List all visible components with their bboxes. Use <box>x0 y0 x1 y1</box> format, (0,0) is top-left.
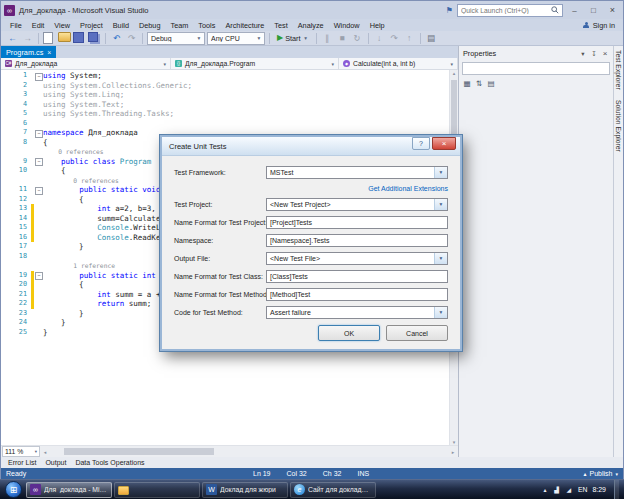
scrollbar-thumb[interactable] <box>64 448 214 455</box>
dialog-help-button[interactable] <box>412 137 430 150</box>
project-dropdown[interactable]: Для_доклада▾ <box>1 58 171 69</box>
stop-debugging-icon[interactable]: ■ <box>336 32 349 45</box>
volume-icon[interactable] <box>565 486 573 494</box>
pin-icon[interactable] <box>590 50 598 58</box>
close-icon[interactable] <box>601 50 609 58</box>
property-pages-icon[interactable] <box>487 80 495 88</box>
undo-icon[interactable]: ↶ <box>110 32 123 45</box>
dialog-close-button[interactable] <box>432 137 456 150</box>
close-button[interactable] <box>605 3 620 17</box>
minimize-button[interactable] <box>567 3 582 17</box>
dropdown-arrow-icon[interactable] <box>434 199 447 210</box>
taskbar-button-3[interactable]: Доклад для жюри <box>202 482 288 498</box>
member-dropdown[interactable]: Calculate(int a, int b)▾ <box>339 58 458 69</box>
test-method-code-select[interactable]: Assert failure <box>266 306 448 319</box>
start-button[interactable] <box>5 481 22 498</box>
categorized-icon[interactable] <box>463 80 471 88</box>
dropdown-arrow-icon[interactable] <box>434 253 447 264</box>
restart-icon[interactable]: ↻ <box>351 32 364 45</box>
maximize-button[interactable] <box>586 3 601 17</box>
navigate-forward-icon[interactable]: → <box>21 32 34 45</box>
menu-edit[interactable]: Edit <box>27 21 50 30</box>
window-menu-icon[interactable] <box>579 50 587 58</box>
taskbar-button-1[interactable]: Для_доклада - Micro... <box>26 482 112 498</box>
line-number: 16 <box>1 233 31 243</box>
test-project-name-format-input[interactable]: [Project]Tests <box>266 216 448 229</box>
scroll-right-icon[interactable] <box>448 449 458 455</box>
properties-grid[interactable] <box>459 90 613 457</box>
dropdown-arrow-icon[interactable] <box>434 307 447 318</box>
tab-program-cs[interactable]: Program.cs <box>1 46 56 58</box>
properties-object-dropdown[interactable] <box>462 62 610 75</box>
menu-help[interactable]: Help <box>365 21 390 30</box>
horizontal-scrollbar[interactable] <box>50 446 448 457</box>
menu-tools[interactable]: Tools <box>193 21 220 30</box>
solution-configurations-dropdown[interactable]: Debug▾ <box>147 32 205 45</box>
line-number: 24 <box>1 318 31 328</box>
quick-launch-input[interactable]: Quick Launch (Ctrl+Q) <box>457 4 563 17</box>
test-framework-select[interactable]: MSTest <box>266 166 448 179</box>
menu-window[interactable]: Window <box>329 21 365 30</box>
find-in-files-icon[interactable]: ▤ <box>425 32 438 45</box>
menu-build[interactable]: Build <box>108 21 134 30</box>
menu-team[interactable]: Team <box>166 21 194 30</box>
start-debugging-button[interactable]: ▶Start▾ <box>274 32 312 45</box>
clock[interactable]: 8:29 <box>592 486 606 493</box>
tab-data-tools-operations[interactable]: Data Tools Operations <box>71 459 148 466</box>
redo-icon[interactable]: ↷ <box>125 32 138 45</box>
break-all-icon[interactable]: ∥ <box>321 32 334 45</box>
scroll-up-icon[interactable] <box>450 70 458 76</box>
tab-error-list[interactable]: Error List <box>4 459 40 466</box>
close-tab-icon[interactable] <box>47 49 51 56</box>
step-into-icon[interactable]: ↓ <box>373 32 386 45</box>
alphabetical-icon[interactable] <box>475 80 483 88</box>
tab-output[interactable]: Output <box>41 459 70 466</box>
outline-margin <box>34 214 43 224</box>
scroll-down-icon[interactable] <box>450 439 458 445</box>
menu-debug[interactable]: Debug <box>134 21 166 30</box>
hidden-icons-icon[interactable] <box>541 486 549 494</box>
new-file-icon[interactable] <box>43 32 56 45</box>
scroll-left-icon[interactable] <box>40 449 50 455</box>
menu-architecture[interactable]: Architecture <box>220 21 269 30</box>
solution-platforms-dropdown[interactable]: Any CPU▾ <box>207 32 265 45</box>
menu-analyze[interactable]: Analyze <box>293 21 329 30</box>
cancel-button[interactable]: Cancel <box>386 325 448 341</box>
show-desktop-button[interactable] <box>614 480 619 499</box>
get-additional-extensions-link[interactable]: Get Additional Extensions <box>368 185 448 192</box>
windows-taskbar: Для_доклада - Micro...Доклад для жюриСай… <box>0 479 624 499</box>
test-method-name-format-input[interactable]: [Method]Test <box>266 288 448 301</box>
line-number: 21 <box>1 290 31 300</box>
publish-button[interactable]: Publish <box>584 470 619 477</box>
outline-margin <box>34 100 43 110</box>
taskbar-button-2[interactable] <box>114 482 200 498</box>
side-tab-test-explorer[interactable]: Test Explorer <box>615 50 622 90</box>
test-class-name-format-input[interactable]: [Class]Tests <box>266 270 448 283</box>
output-file-select[interactable]: <New Test File> <box>266 252 448 265</box>
step-over-icon[interactable]: ↷ <box>388 32 401 45</box>
step-out-icon[interactable]: ↑ <box>403 32 416 45</box>
menu-test[interactable]: Test <box>269 21 292 30</box>
side-tab-solution-explorer[interactable]: Solution Explorer <box>615 100 622 152</box>
properties-header[interactable]: Properties <box>459 46 613 61</box>
namespace-input[interactable]: [Namespace].Tests <box>266 234 448 247</box>
feedback-flag-icon[interactable] <box>446 6 453 15</box>
ok-button[interactable]: OK <box>318 325 380 341</box>
menu-project[interactable]: Project <box>75 21 108 30</box>
sign-in-link[interactable]: Sign in <box>593 21 615 30</box>
save-all-icon[interactable] <box>88 32 101 45</box>
menu-view[interactable]: View <box>49 21 75 30</box>
dialog-title-bar[interactable]: Create Unit Tests <box>162 137 460 156</box>
dropdown-arrow-icon[interactable] <box>434 167 447 178</box>
line-number: 3 <box>1 90 31 100</box>
language-indicator[interactable]: EN <box>578 486 587 493</box>
taskbar-button-4[interactable]: Сайт для доклада п... <box>290 482 376 498</box>
open-file-icon[interactable] <box>58 32 71 45</box>
save-icon[interactable] <box>73 32 86 45</box>
network-icon[interactable] <box>553 486 561 494</box>
menu-file[interactable]: File <box>5 21 27 30</box>
test-project-select[interactable]: <New Test Project> <box>266 198 448 211</box>
zoom-selector[interactable]: 111 % ▾ <box>2 446 40 457</box>
navigate-back-icon[interactable]: ← <box>6 32 19 45</box>
type-dropdown[interactable]: Для_доклада.Program▾ <box>171 58 339 69</box>
